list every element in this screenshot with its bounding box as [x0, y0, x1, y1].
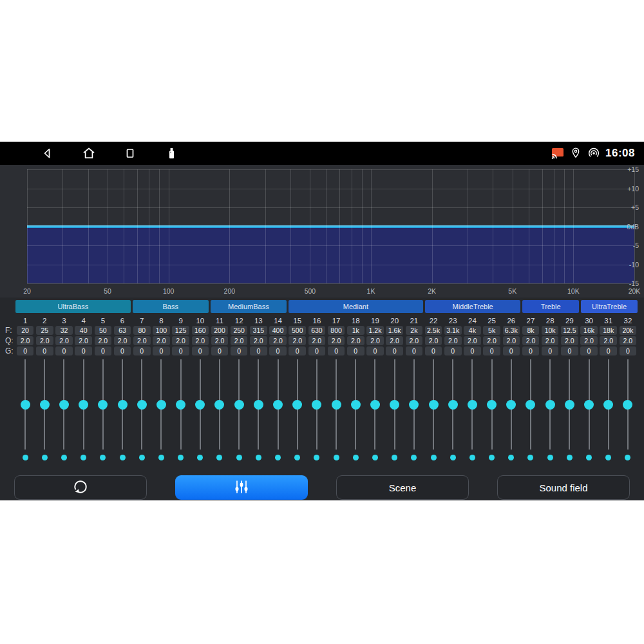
- gain-slider[interactable]: [365, 359, 384, 450]
- q-factor-value-chip[interactable]: 2.0: [17, 336, 34, 345]
- band-indicator-dot[interactable]: [508, 455, 514, 460]
- frequency-value-chip[interactable]: 2.5k: [425, 326, 442, 335]
- band-indicator-dot[interactable]: [197, 455, 203, 460]
- slider-handle[interactable]: [526, 400, 535, 410]
- gain-value-chip[interactable]: 0: [522, 346, 540, 355]
- frequency-value-chip[interactable]: 160: [192, 326, 209, 335]
- gain-slider[interactable]: [385, 359, 404, 450]
- gain-value-chip[interactable]: 0: [289, 346, 306, 355]
- band-indicator-dot[interactable]: [61, 455, 67, 460]
- recents-icon[interactable]: [122, 146, 138, 161]
- band-indicator-dot[interactable]: [80, 455, 86, 460]
- q-factor-value-chip[interactable]: 2.0: [308, 336, 326, 345]
- gain-slider[interactable]: [521, 359, 540, 450]
- slider-handle[interactable]: [98, 400, 108, 410]
- gain-value-chip[interactable]: 0: [347, 346, 365, 355]
- gain-value-chip[interactable]: 0: [386, 346, 403, 355]
- gain-value-chip[interactable]: 0: [483, 346, 500, 355]
- gain-value-chip[interactable]: 0: [406, 346, 423, 355]
- q-factor-value-chip[interactable]: 2.0: [483, 336, 500, 345]
- band-indicator-dot[interactable]: [100, 455, 106, 460]
- frequency-value-chip[interactable]: 10k: [542, 326, 559, 335]
- sound-field-button[interactable]: Sound field: [497, 475, 630, 500]
- band-indicator-dot[interactable]: [23, 455, 28, 460]
- frequency-value-chip[interactable]: 250: [231, 326, 248, 335]
- band-indicator-dot[interactable]: [178, 455, 184, 460]
- gain-value-chip[interactable]: 0: [211, 346, 229, 355]
- gain-slider[interactable]: [191, 359, 210, 450]
- q-factor-value-chip[interactable]: 2.0: [75, 336, 92, 345]
- slider-handle[interactable]: [137, 400, 147, 410]
- band-indicator-dot[interactable]: [372, 455, 378, 460]
- frequency-value-chip[interactable]: 18k: [600, 326, 617, 335]
- slider-handle[interactable]: [59, 400, 69, 410]
- q-factor-value-chip[interactable]: 2.0: [114, 336, 131, 345]
- q-factor-value-chip[interactable]: 2.0: [425, 336, 442, 345]
- band-indicator-dot[interactable]: [216, 455, 222, 460]
- band-indicator-dot[interactable]: [625, 455, 630, 460]
- band-indicator-dot[interactable]: [431, 455, 437, 460]
- band-indicator-dot[interactable]: [605, 455, 611, 460]
- band-indicator-dot[interactable]: [567, 455, 573, 460]
- gain-value-chip[interactable]: 0: [250, 346, 267, 355]
- home-icon[interactable]: [81, 146, 97, 161]
- frequency-value-chip[interactable]: 40: [75, 326, 92, 335]
- slider-handle[interactable]: [429, 400, 439, 410]
- slider-handle[interactable]: [292, 400, 302, 410]
- slider-handle[interactable]: [79, 400, 88, 410]
- gain-value-chip[interactable]: 0: [503, 346, 520, 355]
- gain-value-chip[interactable]: 0: [561, 346, 578, 355]
- slider-handle[interactable]: [409, 400, 419, 410]
- gain-slider[interactable]: [482, 359, 502, 450]
- equalizer-button[interactable]: [175, 475, 308, 500]
- slider-handle[interactable]: [195, 400, 205, 410]
- band-indicator-dot[interactable]: [158, 455, 164, 460]
- gain-value-chip[interactable]: 0: [95, 346, 112, 355]
- q-factor-value-chip[interactable]: 2.0: [580, 336, 598, 345]
- gain-slider[interactable]: [540, 359, 560, 450]
- q-factor-value-chip[interactable]: 2.0: [386, 336, 403, 345]
- slider-handle[interactable]: [351, 400, 361, 410]
- frequency-value-chip[interactable]: 4k: [464, 326, 481, 335]
- frequency-value-chip[interactable]: 1.6k: [386, 326, 403, 335]
- gain-slider[interactable]: [599, 359, 618, 450]
- band-group-mediumbass[interactable]: MediumBass: [211, 300, 287, 313]
- frequency-value-chip[interactable]: 100: [153, 326, 170, 335]
- gain-slider[interactable]: [113, 359, 132, 450]
- q-factor-value-chip[interactable]: 2.0: [133, 336, 151, 345]
- gain-value-chip[interactable]: 0: [542, 346, 559, 355]
- band-indicator-dot[interactable]: [294, 455, 300, 460]
- gain-slider[interactable]: [151, 359, 171, 450]
- gain-slider[interactable]: [132, 359, 151, 450]
- q-factor-value-chip[interactable]: 2.0: [95, 336, 112, 345]
- slider-handle[interactable]: [390, 400, 399, 410]
- gain-value-chip[interactable]: 0: [231, 346, 248, 355]
- gain-value-chip[interactable]: 0: [269, 346, 287, 355]
- frequency-value-chip[interactable]: 125: [172, 326, 189, 335]
- q-factor-value-chip[interactable]: 2.0: [406, 336, 423, 345]
- q-factor-value-chip[interactable]: 2.0: [444, 336, 462, 345]
- gain-value-chip[interactable]: 0: [55, 346, 73, 355]
- back-icon[interactable]: [40, 146, 55, 161]
- slider-handle[interactable]: [448, 400, 458, 410]
- band-indicator-dot[interactable]: [42, 455, 48, 460]
- q-factor-value-chip[interactable]: 2.0: [464, 336, 481, 345]
- band-indicator-dot[interactable]: [353, 455, 359, 460]
- gain-slider[interactable]: [307, 359, 327, 450]
- q-factor-value-chip[interactable]: 2.0: [172, 336, 189, 345]
- q-factor-value-chip[interactable]: 2.0: [561, 336, 578, 345]
- frequency-value-chip[interactable]: 20k: [620, 326, 637, 335]
- frequency-value-chip[interactable]: 63: [114, 326, 131, 335]
- slider-handle[interactable]: [545, 400, 555, 410]
- band-indicator-dot[interactable]: [120, 455, 126, 460]
- slider-handle[interactable]: [40, 400, 50, 410]
- slider-handle[interactable]: [468, 400, 477, 410]
- q-factor-value-chip[interactable]: 2.0: [347, 336, 365, 345]
- gain-value-chip[interactable]: 0: [114, 346, 131, 355]
- q-factor-value-chip[interactable]: 2.0: [542, 336, 559, 345]
- frequency-value-chip[interactable]: 3.1k: [444, 326, 462, 335]
- band-indicator-dot[interactable]: [275, 455, 281, 460]
- q-factor-value-chip[interactable]: 2.0: [250, 336, 267, 345]
- slider-handle[interactable]: [487, 400, 497, 410]
- gain-slider[interactable]: [462, 359, 482, 450]
